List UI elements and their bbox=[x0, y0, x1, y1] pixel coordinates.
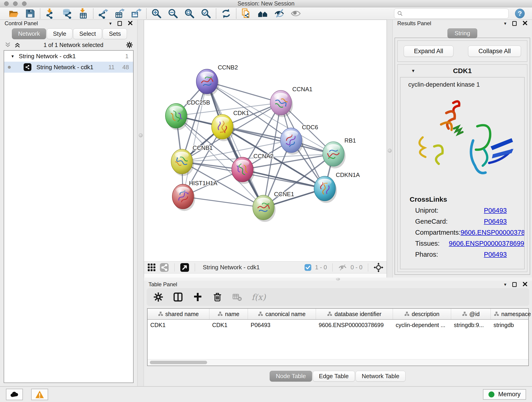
import-network-from-database-button[interactable] bbox=[61, 8, 72, 19]
table-row[interactable]: CDK1CDK1P064939606.ENSP00000378699cyclin… bbox=[147, 320, 528, 330]
tab-string[interactable]: String bbox=[447, 28, 477, 38]
tab-node-table[interactable]: Node Table bbox=[270, 371, 312, 382]
column-header[interactable]: shared name bbox=[147, 309, 209, 319]
network-collection-row[interactable]: ▾ String Network - cdk1 1 bbox=[4, 51, 133, 62]
network-node-cdc25b[interactable] bbox=[165, 103, 188, 130]
tab-network[interactable]: Network bbox=[12, 28, 46, 39]
column-header[interactable]: namespace bbox=[491, 309, 532, 319]
tab-select[interactable]: Select bbox=[73, 28, 102, 39]
table-cell[interactable]: P06493 bbox=[248, 322, 316, 328]
network-node-ccna2[interactable] bbox=[232, 157, 254, 184]
create-column-button[interactable] bbox=[192, 292, 203, 302]
network-edge[interactable] bbox=[242, 170, 325, 189]
apply-preferred-layout-button[interactable] bbox=[221, 8, 231, 19]
table-cell[interactable]: 9606.ENSP00000378699 bbox=[316, 322, 393, 328]
network-node-ccnb2[interactable] bbox=[196, 69, 219, 96]
delete-columns-button[interactable] bbox=[212, 292, 223, 302]
first-neighbors-button[interactable] bbox=[258, 8, 268, 19]
network-node-ccna1[interactable] bbox=[270, 90, 293, 117]
zoom-fit-button[interactable] bbox=[184, 8, 195, 19]
column-header[interactable]: database identifier bbox=[316, 309, 393, 319]
table-cell[interactable]: stringdb bbox=[491, 322, 532, 328]
close-panel-icon[interactable] bbox=[523, 282, 527, 287]
left-splitter[interactable] bbox=[138, 20, 144, 386]
tab-sets[interactable]: Sets bbox=[103, 28, 127, 39]
scrollbar-thumb[interactable] bbox=[150, 361, 207, 364]
column-header[interactable]: canonical name bbox=[248, 309, 316, 319]
crosslink-value[interactable]: P06493 bbox=[484, 207, 507, 214]
splitter-grip[interactable] bbox=[139, 133, 143, 137]
network-canvas[interactable]: CCNB2CCNA1CDC25BCDK1CDC6RB1CCNB1CCNA2CDK… bbox=[144, 20, 387, 262]
horizontal-splitter[interactable] bbox=[144, 278, 532, 281]
table-settings-button[interactable] bbox=[153, 292, 164, 302]
panel-menu-icon[interactable]: ▾ bbox=[504, 21, 506, 26]
export-image-button[interactable] bbox=[131, 8, 142, 19]
search-input[interactable] bbox=[403, 9, 506, 18]
zoom-out-button[interactable] bbox=[168, 8, 178, 19]
panel-menu-icon[interactable]: ▾ bbox=[109, 21, 112, 26]
right-splitter[interactable] bbox=[387, 20, 393, 278]
share-badge-icon[interactable] bbox=[160, 263, 169, 272]
splitter-grip[interactable] bbox=[388, 149, 392, 153]
help-button[interactable]: ? bbox=[515, 9, 525, 18]
import-network-from-file-button[interactable] bbox=[45, 8, 56, 19]
hidden-eye-icon[interactable] bbox=[338, 264, 347, 271]
crosslink-value[interactable]: P06493 bbox=[484, 251, 507, 258]
float-panel-icon[interactable] bbox=[118, 21, 122, 26]
network-node-cdkn1a[interactable] bbox=[314, 176, 337, 203]
float-panel-icon[interactable] bbox=[512, 21, 517, 26]
gene-section-header[interactable]: ▾ CDK1 bbox=[398, 65, 527, 77]
collapse-icon[interactable]: ▾ bbox=[412, 68, 414, 73]
show-all-button[interactable] bbox=[291, 8, 301, 19]
save-session-button[interactable] bbox=[25, 8, 35, 19]
tab-style[interactable]: Style bbox=[47, 28, 72, 39]
table-cell[interactable]: CDK1 bbox=[209, 322, 248, 328]
column-header[interactable]: description bbox=[393, 309, 451, 319]
tab-edge-table[interactable]: Edge Table bbox=[313, 371, 355, 382]
expand-all-icon[interactable] bbox=[5, 42, 11, 48]
crosslink-value[interactable]: P06493 bbox=[484, 218, 507, 225]
tab-network-table[interactable]: Network Table bbox=[355, 371, 405, 382]
crosshair-icon[interactable] bbox=[374, 263, 383, 272]
table-hscrollbar[interactable] bbox=[147, 359, 528, 366]
new-network-from-selection-button[interactable] bbox=[241, 8, 252, 19]
float-panel-icon[interactable] bbox=[512, 282, 517, 287]
network-edge[interactable] bbox=[183, 81, 207, 196]
grid-icon[interactable] bbox=[147, 263, 156, 272]
collapse-all-icon[interactable] bbox=[14, 42, 21, 48]
table-cell[interactable]: stringdb:9... bbox=[451, 322, 491, 328]
column-header[interactable]: name bbox=[209, 309, 248, 319]
collapse-icon[interactable]: ▾ bbox=[12, 53, 14, 59]
cloud-button[interactable] bbox=[6, 389, 23, 400]
warnings-button[interactable] bbox=[31, 389, 48, 400]
close-panel-icon[interactable] bbox=[523, 21, 527, 26]
gear-icon[interactable] bbox=[126, 42, 133, 48]
panel-menu-icon[interactable]: ▾ bbox=[504, 282, 506, 287]
network-node-cdk1[interactable] bbox=[211, 114, 234, 141]
hide-selection-button[interactable] bbox=[274, 8, 285, 19]
crosslink-value[interactable]: 9606.ENSP00000378699 bbox=[461, 229, 525, 236]
network-node-ccne1[interactable] bbox=[253, 195, 276, 222]
network-edge[interactable] bbox=[207, 81, 264, 207]
open-session-button[interactable] bbox=[8, 8, 19, 19]
show-columns-button[interactable] bbox=[173, 292, 183, 302]
network-row[interactable]: String Network - cdk1 11 48 bbox=[4, 62, 133, 73]
expand-all-button[interactable]: Expand All bbox=[404, 46, 454, 57]
network-node-cdc6[interactable] bbox=[280, 128, 303, 155]
zoom-in-button[interactable] bbox=[151, 8, 162, 19]
table-cell[interactable]: cyclin-dependent ... bbox=[393, 322, 451, 328]
export-table-button[interactable] bbox=[114, 8, 125, 19]
splitter-grip[interactable] bbox=[336, 278, 340, 281]
birdseye-icon[interactable] bbox=[180, 263, 189, 272]
network-node-hist1h1a[interactable] bbox=[172, 184, 195, 211]
crosslink-value[interactable]: 9606.ENSP00000378699 bbox=[449, 240, 524, 247]
table-cell[interactable]: CDK1 bbox=[147, 322, 209, 328]
close-panel-icon[interactable] bbox=[128, 21, 133, 26]
selected-checkbox-icon[interactable] bbox=[304, 264, 311, 271]
column-header[interactable]: @id bbox=[451, 309, 491, 319]
network-node-rb1[interactable] bbox=[323, 142, 346, 168]
import-table-from-file-button[interactable] bbox=[78, 8, 89, 19]
export-network-button[interactable] bbox=[98, 8, 109, 19]
collapse-all-button[interactable]: Collapse All bbox=[468, 46, 521, 57]
memory-button[interactable]: Memory bbox=[483, 389, 526, 400]
